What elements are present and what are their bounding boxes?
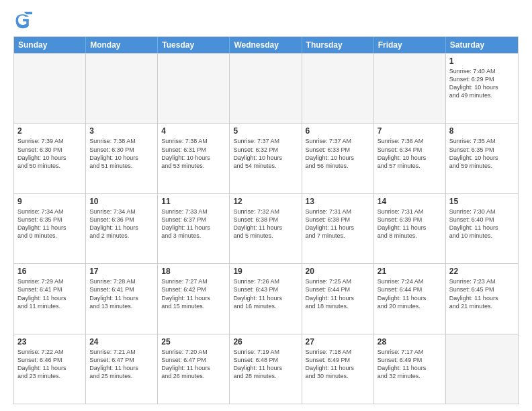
calendar-day-24: 24Sunrise: 7:21 AM Sunset: 6:47 PM Dayli… bbox=[86, 334, 158, 404]
weekday-header-monday: Monday bbox=[86, 37, 158, 53]
day-info: Sunrise: 7:32 AM Sunset: 6:38 PM Dayligh… bbox=[233, 208, 298, 240]
day-number: 15 bbox=[449, 197, 515, 206]
calendar-day-empty bbox=[158, 54, 230, 123]
calendar-day-12: 12Sunrise: 7:32 AM Sunset: 6:38 PM Dayli… bbox=[230, 194, 302, 263]
header bbox=[13, 11, 519, 30]
calendar-day-26: 26Sunrise: 7:19 AM Sunset: 6:48 PM Dayli… bbox=[230, 334, 302, 404]
day-info: Sunrise: 7:33 AM Sunset: 6:37 PM Dayligh… bbox=[161, 208, 226, 240]
calendar-body: 1Sunrise: 7:40 AM Sunset: 6:29 PM Daylig… bbox=[14, 53, 518, 404]
day-info: Sunrise: 7:27 AM Sunset: 6:42 PM Dayligh… bbox=[161, 277, 226, 310]
page: SundayMondayTuesdayWednesdayThursdayFrid… bbox=[0, 0, 532, 411]
day-number: 8 bbox=[449, 126, 515, 136]
calendar-day-28: 28Sunrise: 7:17 AM Sunset: 6:49 PM Dayli… bbox=[374, 334, 446, 404]
day-number: 27 bbox=[306, 337, 370, 347]
day-info: Sunrise: 7:17 AM Sunset: 6:49 PM Dayligh… bbox=[378, 348, 442, 381]
calendar-week-1: 1Sunrise: 7:40 AM Sunset: 6:29 PM Daylig… bbox=[14, 53, 518, 123]
calendar-day-18: 18Sunrise: 7:27 AM Sunset: 6:42 PM Dayli… bbox=[158, 264, 230, 333]
weekday-header-wednesday: Wednesday bbox=[230, 37, 302, 53]
calendar-day-5: 5Sunrise: 7:37 AM Sunset: 6:32 PM Daylig… bbox=[230, 124, 302, 193]
weekday-header-tuesday: Tuesday bbox=[158, 37, 230, 53]
day-number: 1 bbox=[449, 56, 515, 66]
calendar-day-22: 22Sunrise: 7:23 AM Sunset: 6:45 PM Dayli… bbox=[446, 264, 518, 333]
day-number: 19 bbox=[233, 267, 298, 276]
day-number: 20 bbox=[306, 267, 370, 276]
calendar-day-21: 21Sunrise: 7:24 AM Sunset: 6:44 PM Dayli… bbox=[374, 264, 446, 333]
day-info: Sunrise: 7:21 AM Sunset: 6:47 PM Dayligh… bbox=[89, 348, 154, 381]
day-info: Sunrise: 7:37 AM Sunset: 6:32 PM Dayligh… bbox=[233, 137, 298, 170]
calendar-day-16: 16Sunrise: 7:29 AM Sunset: 6:41 PM Dayli… bbox=[14, 264, 86, 333]
calendar-day-14: 14Sunrise: 7:31 AM Sunset: 6:39 PM Dayli… bbox=[374, 194, 446, 263]
calendar-day-25: 25Sunrise: 7:20 AM Sunset: 6:47 PM Dayli… bbox=[158, 334, 230, 404]
day-info: Sunrise: 7:22 AM Sunset: 6:46 PM Dayligh… bbox=[17, 348, 82, 381]
calendar-day-2: 2Sunrise: 7:39 AM Sunset: 6:30 PM Daylig… bbox=[14, 124, 86, 193]
calendar-day-9: 9Sunrise: 7:34 AM Sunset: 6:35 PM Daylig… bbox=[14, 194, 86, 263]
day-number: 4 bbox=[161, 126, 226, 136]
calendar-week-4: 16Sunrise: 7:29 AM Sunset: 6:41 PM Dayli… bbox=[14, 263, 518, 333]
day-number: 28 bbox=[378, 337, 442, 347]
calendar-day-11: 11Sunrise: 7:33 AM Sunset: 6:37 PM Dayli… bbox=[158, 194, 230, 263]
calendar-day-20: 20Sunrise: 7:25 AM Sunset: 6:44 PM Dayli… bbox=[302, 264, 374, 333]
day-number: 16 bbox=[17, 267, 82, 276]
day-info: Sunrise: 7:36 AM Sunset: 6:34 PM Dayligh… bbox=[378, 137, 442, 170]
calendar-day-4: 4Sunrise: 7:38 AM Sunset: 6:31 PM Daylig… bbox=[158, 124, 230, 193]
logo-icon bbox=[13, 11, 32, 30]
day-info: Sunrise: 7:18 AM Sunset: 6:49 PM Dayligh… bbox=[306, 348, 370, 381]
day-number: 6 bbox=[306, 126, 370, 136]
logo bbox=[13, 11, 35, 30]
day-info: Sunrise: 7:24 AM Sunset: 6:44 PM Dayligh… bbox=[378, 277, 442, 310]
calendar-day-empty bbox=[86, 54, 158, 123]
day-number: 7 bbox=[378, 126, 442, 136]
calendar-day-7: 7Sunrise: 7:36 AM Sunset: 6:34 PM Daylig… bbox=[374, 124, 446, 193]
day-number: 23 bbox=[17, 337, 82, 347]
calendar-header: SundayMondayTuesdayWednesdayThursdayFrid… bbox=[14, 37, 518, 53]
day-number: 24 bbox=[89, 337, 154, 347]
weekday-header-friday: Friday bbox=[374, 37, 446, 53]
day-number: 14 bbox=[378, 197, 442, 206]
day-number: 9 bbox=[17, 197, 82, 206]
calendar-day-27: 27Sunrise: 7:18 AM Sunset: 6:49 PM Dayli… bbox=[302, 334, 374, 404]
day-info: Sunrise: 7:34 AM Sunset: 6:36 PM Dayligh… bbox=[89, 208, 154, 240]
calendar-day-17: 17Sunrise: 7:28 AM Sunset: 6:41 PM Dayli… bbox=[86, 264, 158, 333]
calendar-day-13: 13Sunrise: 7:31 AM Sunset: 6:38 PM Dayli… bbox=[302, 194, 374, 263]
day-info: Sunrise: 7:38 AM Sunset: 6:31 PM Dayligh… bbox=[161, 137, 226, 170]
day-number: 11 bbox=[161, 197, 226, 206]
weekday-header-saturday: Saturday bbox=[446, 37, 518, 53]
day-info: Sunrise: 7:30 AM Sunset: 6:40 PM Dayligh… bbox=[449, 208, 515, 240]
weekday-header-sunday: Sunday bbox=[14, 37, 86, 53]
day-info: Sunrise: 7:29 AM Sunset: 6:41 PM Dayligh… bbox=[17, 277, 82, 310]
day-number: 26 bbox=[233, 337, 298, 347]
calendar-day-3: 3Sunrise: 7:38 AM Sunset: 6:30 PM Daylig… bbox=[86, 124, 158, 193]
day-number: 17 bbox=[89, 267, 154, 276]
day-info: Sunrise: 7:39 AM Sunset: 6:30 PM Dayligh… bbox=[17, 137, 82, 170]
day-number: 22 bbox=[449, 267, 515, 276]
calendar-week-2: 2Sunrise: 7:39 AM Sunset: 6:30 PM Daylig… bbox=[14, 123, 518, 193]
calendar-day-empty bbox=[446, 334, 518, 404]
day-number: 3 bbox=[89, 126, 154, 136]
calendar-week-3: 9Sunrise: 7:34 AM Sunset: 6:35 PM Daylig… bbox=[14, 193, 518, 263]
day-info: Sunrise: 7:31 AM Sunset: 6:39 PM Dayligh… bbox=[378, 208, 442, 240]
calendar-day-8: 8Sunrise: 7:35 AM Sunset: 6:35 PM Daylig… bbox=[446, 124, 518, 193]
day-info: Sunrise: 7:35 AM Sunset: 6:35 PM Dayligh… bbox=[449, 137, 515, 170]
calendar-day-6: 6Sunrise: 7:37 AM Sunset: 6:33 PM Daylig… bbox=[302, 124, 374, 193]
day-info: Sunrise: 7:23 AM Sunset: 6:45 PM Dayligh… bbox=[449, 277, 515, 310]
day-info: Sunrise: 7:28 AM Sunset: 6:41 PM Dayligh… bbox=[89, 277, 154, 310]
calendar-day-19: 19Sunrise: 7:26 AM Sunset: 6:43 PM Dayli… bbox=[230, 264, 302, 333]
calendar-day-empty bbox=[230, 54, 302, 123]
day-number: 12 bbox=[233, 197, 298, 206]
day-info: Sunrise: 7:37 AM Sunset: 6:33 PM Dayligh… bbox=[306, 137, 370, 170]
day-number: 18 bbox=[161, 267, 226, 276]
calendar: SundayMondayTuesdayWednesdayThursdayFrid… bbox=[13, 36, 519, 404]
day-info: Sunrise: 7:31 AM Sunset: 6:38 PM Dayligh… bbox=[306, 208, 370, 240]
day-number: 10 bbox=[89, 197, 154, 206]
day-info: Sunrise: 7:19 AM Sunset: 6:48 PM Dayligh… bbox=[233, 348, 298, 381]
day-info: Sunrise: 7:20 AM Sunset: 6:47 PM Dayligh… bbox=[161, 348, 226, 381]
day-info: Sunrise: 7:40 AM Sunset: 6:29 PM Dayligh… bbox=[449, 67, 515, 100]
calendar-day-1: 1Sunrise: 7:40 AM Sunset: 6:29 PM Daylig… bbox=[446, 54, 518, 123]
calendar-week-5: 23Sunrise: 7:22 AM Sunset: 6:46 PM Dayli… bbox=[14, 334, 518, 404]
day-number: 25 bbox=[161, 337, 226, 347]
day-info: Sunrise: 7:38 AM Sunset: 6:30 PM Dayligh… bbox=[89, 137, 154, 170]
weekday-header-thursday: Thursday bbox=[302, 37, 374, 53]
day-number: 13 bbox=[306, 197, 370, 206]
calendar-day-empty bbox=[374, 54, 446, 123]
day-number: 2 bbox=[17, 126, 82, 136]
